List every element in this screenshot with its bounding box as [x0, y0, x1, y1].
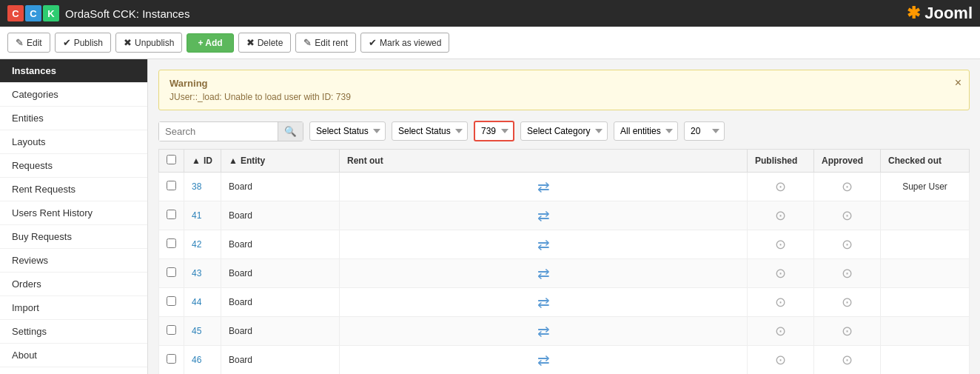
sidebar-item-import[interactable]: Import [0, 296, 147, 320]
rent-out-icon: ⇄ [537, 265, 550, 281]
user-id-filter[interactable]: 739 [474, 121, 514, 141]
sidebar-item-users-rent-history[interactable]: Users Rent History [0, 201, 147, 225]
edit-rent-button[interactable]: ✎ Edit rent [295, 33, 356, 53]
row-checkbox[interactable] [167, 325, 176, 335]
row-id-link[interactable]: 38 [192, 181, 201, 192]
rent-out-icon: ⇄ [537, 207, 550, 224]
sidebar-item-entities[interactable]: Entities [0, 107, 147, 130]
col-header-id[interactable]: ▲ ID [184, 150, 221, 173]
row-checkbox[interactable] [167, 267, 176, 277]
row-entity-cell: Board [221, 346, 340, 375]
instances-table: ▲ ID ▲ Entity Rent out Published Approve… [158, 149, 970, 374]
row-checkbox-cell [159, 201, 184, 230]
row-checkbox[interactable] [167, 354, 176, 364]
col-header-entity[interactable]: ▲ Entity [221, 150, 340, 173]
category-filter[interactable]: Select Category [520, 121, 608, 141]
filter-row: 🔍 Select Status Select Status 739 Select… [158, 121, 970, 141]
col-header-approved: Approved [814, 150, 881, 173]
row-checkbox-cell [159, 173, 184, 201]
entities-filter[interactable]: All entities [614, 121, 678, 141]
row-id-link[interactable]: 43 [192, 268, 201, 278]
sidebar-item-reviews[interactable]: Reviews [0, 249, 147, 273]
joomla-logo: ✱ Jooml [907, 4, 973, 23]
row-checkbox[interactable] [167, 210, 176, 219]
search-wrap: 🔍 [158, 121, 303, 141]
sidebar-item-instances[interactable]: Instances [0, 59, 147, 83]
status-filter-2[interactable]: Select Status [392, 121, 468, 141]
sidebar: Instances Categories Entities Layouts Re… [0, 59, 148, 374]
delete-icon: ✖ [246, 37, 255, 48]
row-id-cell: 45 [184, 317, 221, 346]
checked-out-user: Super User [902, 181, 947, 192]
row-id-link[interactable]: 42 [192, 239, 201, 250]
delete-button[interactable]: ✖ Delete [238, 33, 292, 53]
status-filter-1[interactable]: Select Status [309, 121, 386, 141]
select-all-checkbox[interactable] [167, 155, 176, 164]
sort-arrow-id: ▲ [192, 156, 201, 166]
row-approved-cell: ⊙ [814, 317, 881, 346]
row-published-cell: ⊙ [748, 288, 814, 317]
row-checked-out-cell [881, 230, 970, 259]
row-rent-cell: ⇄ [340, 201, 748, 230]
unpublish-button[interactable]: ✖ Unpublish [115, 33, 182, 53]
row-rent-cell: ⇄ [340, 259, 748, 288]
approved-status: ⊙ [842, 237, 853, 252]
warning-box: Warning JUser::_load: Unable to load use… [158, 70, 970, 110]
col-header-published: Published [748, 150, 814, 173]
row-checkbox-cell [159, 288, 184, 317]
mark-icon: ✔ [369, 37, 377, 48]
row-id-link[interactable]: 46 [192, 355, 201, 365]
row-rent-cell: ⇄ [340, 230, 748, 259]
row-entity-cell: Board [221, 288, 340, 317]
add-button[interactable]: + Add [187, 33, 233, 53]
logo-c2: C [25, 5, 41, 21]
row-published-cell: ⊙ [748, 201, 814, 230]
mark-viewed-button[interactable]: ✔ Mark as viewed [360, 33, 449, 53]
search-button[interactable]: 🔍 [278, 122, 303, 141]
row-id-link[interactable]: 44 [192, 297, 201, 307]
sidebar-item-settings[interactable]: Settings [0, 320, 147, 344]
sidebar-item-buy-requests[interactable]: Buy Requests [0, 225, 147, 249]
edit-button[interactable]: ✎ Edit [7, 33, 50, 53]
col-entity-label: Entity [241, 156, 265, 166]
row-id-link[interactable]: 41 [192, 210, 201, 221]
row-published-cell: ⊙ [748, 173, 814, 201]
row-checkbox-cell [159, 346, 184, 375]
sidebar-item-categories[interactable]: Categories [0, 83, 147, 107]
approved-status: ⊙ [842, 324, 853, 338]
sidebar-item-layouts[interactable]: Layouts [0, 130, 147, 154]
per-page-filter[interactable]: 20 [684, 121, 725, 141]
row-entity-cell: Board [221, 201, 340, 230]
toolbar: ✎ Edit ✔ Publish ✖ Unpublish + Add ✖ Del… [0, 27, 980, 59]
row-checked-out-cell: Super User [881, 173, 970, 201]
row-entity-cell: Board [221, 230, 340, 259]
row-checkbox[interactable] [167, 296, 176, 306]
published-status: ⊙ [775, 179, 786, 194]
row-published-cell: ⊙ [748, 346, 814, 375]
approved-status: ⊙ [842, 179, 853, 194]
table-row: 46 Board ⇄ ⊙ ⊙ [159, 346, 970, 375]
row-id-cell: 43 [184, 259, 221, 288]
row-id-link[interactable]: 45 [192, 326, 201, 336]
table-row: 38 Board ⇄ ⊙ ⊙ Super User [159, 173, 970, 201]
rent-out-icon: ⇄ [537, 323, 550, 339]
sidebar-item-rent-requests[interactable]: Rent Requests [0, 178, 147, 201]
published-status: ⊙ [775, 324, 786, 338]
row-checkbox[interactable] [167, 181, 176, 190]
logo-k: K [43, 5, 59, 21]
search-input[interactable] [159, 122, 278, 141]
publish-button[interactable]: ✔ Publish [55, 33, 111, 53]
table-row: 45 Board ⇄ ⊙ ⊙ [159, 317, 970, 346]
row-checkbox[interactable] [167, 238, 176, 248]
col-header-check [159, 150, 184, 173]
sidebar-item-orders[interactable]: Orders [0, 273, 147, 296]
sidebar-item-requests[interactable]: Requests [0, 154, 147, 178]
row-rent-cell: ⇄ [340, 288, 748, 317]
approved-status: ⊙ [842, 295, 853, 310]
row-id-cell: 38 [184, 173, 221, 201]
sidebar-item-about[interactable]: About [0, 344, 147, 367]
warning-message: JUser::_load: Unable to load user with I… [170, 92, 959, 102]
warning-close-button[interactable]: × [955, 76, 961, 90]
sort-arrow-entity: ▲ [229, 156, 238, 166]
table-row: 41 Board ⇄ ⊙ ⊙ [159, 201, 970, 230]
